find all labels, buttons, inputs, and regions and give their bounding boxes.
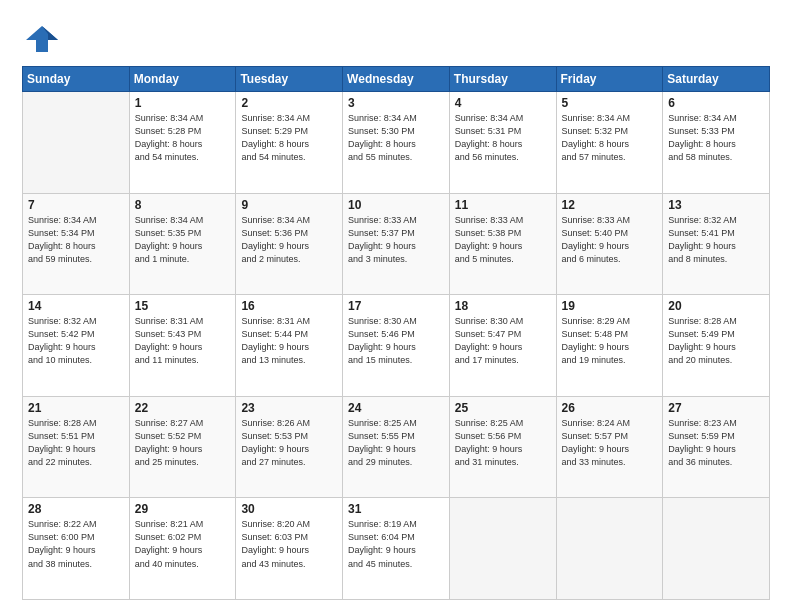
- calendar-cell: 11Sunrise: 8:33 AM Sunset: 5:38 PM Dayli…: [449, 193, 556, 295]
- day-info: Sunrise: 8:33 AM Sunset: 5:38 PM Dayligh…: [455, 214, 551, 266]
- weekday-header-thursday: Thursday: [449, 67, 556, 92]
- day-info: Sunrise: 8:28 AM Sunset: 5:49 PM Dayligh…: [668, 315, 764, 367]
- day-number: 24: [348, 401, 444, 415]
- calendar-week-row: 7Sunrise: 8:34 AM Sunset: 5:34 PM Daylig…: [23, 193, 770, 295]
- calendar-cell: 15Sunrise: 8:31 AM Sunset: 5:43 PM Dayli…: [129, 295, 236, 397]
- day-number: 26: [562, 401, 658, 415]
- day-info: Sunrise: 8:25 AM Sunset: 5:56 PM Dayligh…: [455, 417, 551, 469]
- day-number: 7: [28, 198, 124, 212]
- day-info: Sunrise: 8:34 AM Sunset: 5:31 PM Dayligh…: [455, 112, 551, 164]
- day-number: 20: [668, 299, 764, 313]
- calendar-week-row: 1Sunrise: 8:34 AM Sunset: 5:28 PM Daylig…: [23, 92, 770, 194]
- logo-icon: [22, 18, 60, 56]
- day-info: Sunrise: 8:26 AM Sunset: 5:53 PM Dayligh…: [241, 417, 337, 469]
- logo: [22, 18, 66, 56]
- calendar-week-row: 28Sunrise: 8:22 AM Sunset: 6:00 PM Dayli…: [23, 498, 770, 600]
- day-info: Sunrise: 8:34 AM Sunset: 5:30 PM Dayligh…: [348, 112, 444, 164]
- calendar-cell: 31Sunrise: 8:19 AM Sunset: 6:04 PM Dayli…: [343, 498, 450, 600]
- day-info: Sunrise: 8:19 AM Sunset: 6:04 PM Dayligh…: [348, 518, 444, 570]
- page: SundayMondayTuesdayWednesdayThursdayFrid…: [0, 0, 792, 612]
- day-info: Sunrise: 8:34 AM Sunset: 5:29 PM Dayligh…: [241, 112, 337, 164]
- day-number: 5: [562, 96, 658, 110]
- day-info: Sunrise: 8:34 AM Sunset: 5:32 PM Dayligh…: [562, 112, 658, 164]
- day-info: Sunrise: 8:32 AM Sunset: 5:42 PM Dayligh…: [28, 315, 124, 367]
- day-number: 4: [455, 96, 551, 110]
- day-number: 9: [241, 198, 337, 212]
- calendar-week-row: 21Sunrise: 8:28 AM Sunset: 5:51 PM Dayli…: [23, 396, 770, 498]
- calendar-cell: 26Sunrise: 8:24 AM Sunset: 5:57 PM Dayli…: [556, 396, 663, 498]
- calendar-cell: 24Sunrise: 8:25 AM Sunset: 5:55 PM Dayli…: [343, 396, 450, 498]
- day-number: 3: [348, 96, 444, 110]
- day-number: 12: [562, 198, 658, 212]
- calendar-cell: 19Sunrise: 8:29 AM Sunset: 5:48 PM Dayli…: [556, 295, 663, 397]
- calendar-cell: 17Sunrise: 8:30 AM Sunset: 5:46 PM Dayli…: [343, 295, 450, 397]
- day-number: 6: [668, 96, 764, 110]
- day-number: 2: [241, 96, 337, 110]
- calendar-cell: 14Sunrise: 8:32 AM Sunset: 5:42 PM Dayli…: [23, 295, 130, 397]
- day-info: Sunrise: 8:30 AM Sunset: 5:47 PM Dayligh…: [455, 315, 551, 367]
- calendar-cell: 22Sunrise: 8:27 AM Sunset: 5:52 PM Dayli…: [129, 396, 236, 498]
- day-info: Sunrise: 8:29 AM Sunset: 5:48 PM Dayligh…: [562, 315, 658, 367]
- calendar-cell: 9Sunrise: 8:34 AM Sunset: 5:36 PM Daylig…: [236, 193, 343, 295]
- calendar-week-row: 14Sunrise: 8:32 AM Sunset: 5:42 PM Dayli…: [23, 295, 770, 397]
- day-number: 23: [241, 401, 337, 415]
- day-info: Sunrise: 8:34 AM Sunset: 5:33 PM Dayligh…: [668, 112, 764, 164]
- day-number: 1: [135, 96, 231, 110]
- day-info: Sunrise: 8:20 AM Sunset: 6:03 PM Dayligh…: [241, 518, 337, 570]
- day-number: 17: [348, 299, 444, 313]
- day-number: 29: [135, 502, 231, 516]
- day-number: 21: [28, 401, 124, 415]
- calendar-cell: 18Sunrise: 8:30 AM Sunset: 5:47 PM Dayli…: [449, 295, 556, 397]
- day-number: 31: [348, 502, 444, 516]
- weekday-header-tuesday: Tuesday: [236, 67, 343, 92]
- day-number: 14: [28, 299, 124, 313]
- day-info: Sunrise: 8:31 AM Sunset: 5:44 PM Dayligh…: [241, 315, 337, 367]
- weekday-header-wednesday: Wednesday: [343, 67, 450, 92]
- calendar-cell: 2Sunrise: 8:34 AM Sunset: 5:29 PM Daylig…: [236, 92, 343, 194]
- day-number: 13: [668, 198, 764, 212]
- day-info: Sunrise: 8:34 AM Sunset: 5:34 PM Dayligh…: [28, 214, 124, 266]
- header: [22, 18, 770, 56]
- day-info: Sunrise: 8:30 AM Sunset: 5:46 PM Dayligh…: [348, 315, 444, 367]
- weekday-header-monday: Monday: [129, 67, 236, 92]
- day-info: Sunrise: 8:34 AM Sunset: 5:36 PM Dayligh…: [241, 214, 337, 266]
- calendar-cell: 7Sunrise: 8:34 AM Sunset: 5:34 PM Daylig…: [23, 193, 130, 295]
- calendar-table: SundayMondayTuesdayWednesdayThursdayFrid…: [22, 66, 770, 600]
- day-info: Sunrise: 8:34 AM Sunset: 5:28 PM Dayligh…: [135, 112, 231, 164]
- day-info: Sunrise: 8:32 AM Sunset: 5:41 PM Dayligh…: [668, 214, 764, 266]
- day-number: 19: [562, 299, 658, 313]
- day-info: Sunrise: 8:28 AM Sunset: 5:51 PM Dayligh…: [28, 417, 124, 469]
- day-info: Sunrise: 8:34 AM Sunset: 5:35 PM Dayligh…: [135, 214, 231, 266]
- calendar-cell: 20Sunrise: 8:28 AM Sunset: 5:49 PM Dayli…: [663, 295, 770, 397]
- weekday-header-saturday: Saturday: [663, 67, 770, 92]
- day-info: Sunrise: 8:24 AM Sunset: 5:57 PM Dayligh…: [562, 417, 658, 469]
- day-number: 25: [455, 401, 551, 415]
- day-info: Sunrise: 8:23 AM Sunset: 5:59 PM Dayligh…: [668, 417, 764, 469]
- calendar-cell: 13Sunrise: 8:32 AM Sunset: 5:41 PM Dayli…: [663, 193, 770, 295]
- day-number: 16: [241, 299, 337, 313]
- calendar-cell: 23Sunrise: 8:26 AM Sunset: 5:53 PM Dayli…: [236, 396, 343, 498]
- day-number: 22: [135, 401, 231, 415]
- calendar-cell: 25Sunrise: 8:25 AM Sunset: 5:56 PM Dayli…: [449, 396, 556, 498]
- day-number: 30: [241, 502, 337, 516]
- day-info: Sunrise: 8:27 AM Sunset: 5:52 PM Dayligh…: [135, 417, 231, 469]
- calendar-cell: 4Sunrise: 8:34 AM Sunset: 5:31 PM Daylig…: [449, 92, 556, 194]
- calendar-cell: [556, 498, 663, 600]
- calendar-cell: 12Sunrise: 8:33 AM Sunset: 5:40 PM Dayli…: [556, 193, 663, 295]
- day-info: Sunrise: 8:25 AM Sunset: 5:55 PM Dayligh…: [348, 417, 444, 469]
- calendar-cell: 29Sunrise: 8:21 AM Sunset: 6:02 PM Dayli…: [129, 498, 236, 600]
- day-number: 8: [135, 198, 231, 212]
- calendar-cell: 28Sunrise: 8:22 AM Sunset: 6:00 PM Dayli…: [23, 498, 130, 600]
- weekday-header-friday: Friday: [556, 67, 663, 92]
- day-number: 18: [455, 299, 551, 313]
- calendar-cell: [663, 498, 770, 600]
- day-info: Sunrise: 8:21 AM Sunset: 6:02 PM Dayligh…: [135, 518, 231, 570]
- calendar-cell: [449, 498, 556, 600]
- weekday-header-sunday: Sunday: [23, 67, 130, 92]
- day-info: Sunrise: 8:33 AM Sunset: 5:40 PM Dayligh…: [562, 214, 658, 266]
- day-info: Sunrise: 8:22 AM Sunset: 6:00 PM Dayligh…: [28, 518, 124, 570]
- day-number: 11: [455, 198, 551, 212]
- calendar-cell: 16Sunrise: 8:31 AM Sunset: 5:44 PM Dayli…: [236, 295, 343, 397]
- calendar-cell: 6Sunrise: 8:34 AM Sunset: 5:33 PM Daylig…: [663, 92, 770, 194]
- calendar-cell: 8Sunrise: 8:34 AM Sunset: 5:35 PM Daylig…: [129, 193, 236, 295]
